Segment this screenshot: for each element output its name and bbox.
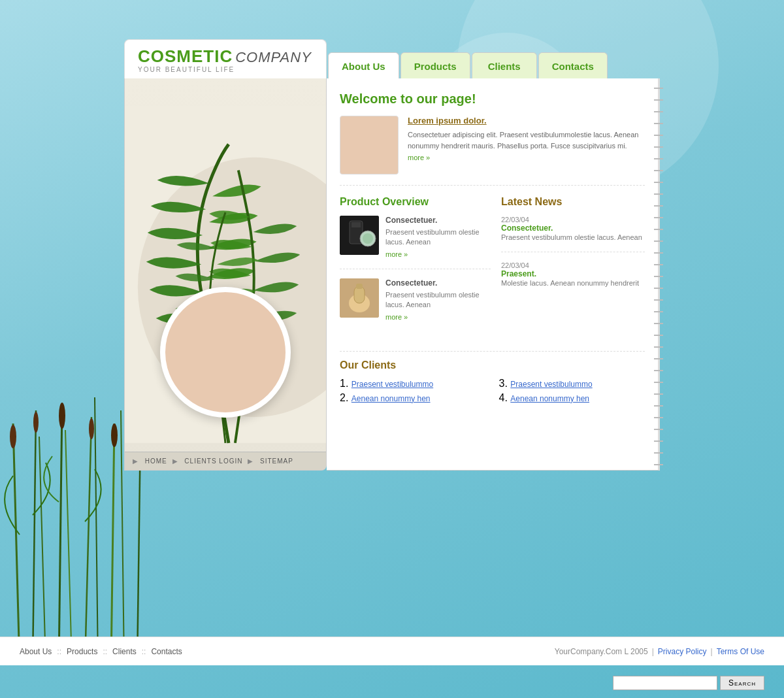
- search-input[interactable]: [613, 676, 717, 690]
- client-num-1: 1.: [340, 378, 351, 389]
- product-overview-col: Product Overview: [340, 196, 491, 341]
- footer-nav-about[interactable]: About Us: [20, 647, 52, 656]
- latest-news-col: Latest News 22/03/04 Consectetuer. Praes…: [501, 196, 645, 341]
- logo-title: COSMETICCompany: [138, 48, 313, 65]
- site-wrapper: COSMETICCompany YOUR BEAUTIFUL LIFE Abou…: [124, 39, 660, 471]
- product-title-2: Consectetuer.: [385, 278, 491, 288]
- main-content: ▶ HOME ▶ CLIENTS LOGIN ▶ SITEMAP Welcome…: [124, 78, 660, 471]
- svg-point-10: [10, 425, 16, 448]
- footer-nav-clients[interactable]: Clients: [112, 647, 137, 656]
- arrow-icon-3: ▶: [248, 457, 253, 465]
- client-link-2[interactable]: Aenean nonummy hen: [351, 394, 431, 403]
- site-footer: About Us :: Products :: Clients :: Conta…: [0, 637, 784, 665]
- svg-line-5: [85, 417, 91, 665]
- footer-home-link[interactable]: HOME: [145, 457, 167, 465]
- news-body-2: Molestie lacus. Aenean nonummy hendrerit: [501, 278, 645, 288]
- svg-line-3: [59, 404, 62, 665]
- footer-nav-products[interactable]: Products: [67, 647, 97, 656]
- svg-line-7: [111, 424, 114, 665]
- arrow-icon-2: ▶: [172, 457, 178, 465]
- footer-navigation: About Us :: Products :: Clients :: Conta…: [20, 647, 182, 656]
- left-panel: ▶ HOME ▶ CLIENTS LOGIN ▶ SITEMAP: [124, 78, 327, 471]
- brand-italic: Company: [235, 49, 312, 65]
- product-item-2: Consectetuer. Praesent vestibulumm olest…: [340, 278, 491, 331]
- footer-terms-link[interactable]: Terms Of Use: [717, 647, 764, 656]
- svg-line-6: [95, 397, 98, 665]
- svg-rect-25: [356, 284, 363, 289]
- site-header: COSMETICCompany YOUR BEAUTIFUL LIFE Abou…: [124, 39, 660, 78]
- article-more-link[interactable]: more »: [408, 154, 430, 161]
- two-column-section: Product Overview: [340, 196, 645, 341]
- right-panel: Welcome to our page! Lorem ipsum dolor. …: [327, 78, 660, 471]
- client-link-1[interactable]: Praesent vestibulummo: [351, 380, 433, 389]
- featured-product-image: [340, 116, 399, 174]
- product-info-1: Consectetuer. Praesent vestibulumm olest…: [385, 216, 491, 259]
- product-overview-title: Product Overview: [340, 196, 491, 208]
- clients-section: Our Clients 1. Praesent vestibulummo 3. …: [340, 351, 645, 404]
- svg-point-12: [59, 403, 65, 429]
- svg-point-21: [363, 233, 373, 244]
- brand-name: COSMETIC: [138, 46, 233, 66]
- article-body: Consectetuer adipiscing elit. Praesent v…: [408, 129, 645, 151]
- client-item-2: 2. Aenean nonummy hen: [340, 392, 486, 404]
- product-image-1: [340, 216, 379, 255]
- news-body-1: Praesent vestibulumm olestie lacus. Aene…: [501, 233, 645, 242]
- product-info-2: Consectetuer. Praesent vestibulumm olest…: [385, 278, 491, 322]
- search-bar-bottom: Search: [613, 676, 764, 690]
- product-more-1[interactable]: more »: [385, 250, 408, 258]
- logo-tagline: YOUR BEAUTIFUL LIFE: [138, 66, 313, 73]
- client-item-4: 4. Aenean nonummy hen: [499, 392, 645, 404]
- circle-decoration: [160, 287, 291, 418]
- news-date-2: 22/03/04: [501, 261, 645, 269]
- product-image-2: [340, 278, 379, 318]
- background-plants: [0, 371, 144, 665]
- svg-point-13: [89, 418, 94, 439]
- svg-point-11: [33, 412, 39, 433]
- news-title-2: Praesent.: [501, 269, 645, 278]
- nav-contacts[interactable]: Contacts: [538, 52, 608, 78]
- left-panel-footer: ▶ HOME ▶ CLIENTS LOGIN ▶ SITEMAP: [125, 452, 326, 470]
- svg-rect-19: [351, 222, 361, 227]
- search-button[interactable]: Search: [720, 676, 764, 690]
- arrow-icon: ▶: [133, 457, 139, 465]
- welcome-text: Lorem ipsum dolor. Consectetuer adipisci…: [408, 116, 645, 174]
- svg-line-2: [39, 437, 46, 665]
- clients-title: Our Clients: [340, 359, 645, 371]
- product-item-1: Consectetuer. Praesent vestibulumm olest…: [340, 216, 491, 269]
- client-num-4: 4.: [499, 392, 511, 403]
- news-title-1: Consectetuer.: [501, 224, 645, 233]
- footer-sitemap-link[interactable]: SITEMAP: [260, 457, 293, 465]
- footer-nav-contacts[interactable]: Contacts: [151, 647, 182, 656]
- product-title-1: Consectetuer.: [385, 216, 491, 225]
- svg-line-0: [13, 424, 20, 665]
- client-item-1: 1. Praesent vestibulummo: [340, 378, 486, 390]
- news-date-1: 22/03/04: [501, 216, 645, 224]
- product-body-2: Praesent vestibulumm olestie lacus. Aene…: [385, 290, 491, 310]
- footer-copyright: YourCompany.Com L 2005: [555, 647, 648, 656]
- client-item-3: 3. Praesent vestibulummo: [499, 378, 645, 390]
- nav-about[interactable]: About Us: [328, 52, 399, 78]
- client-link-3[interactable]: Praesent vestibulummo: [510, 380, 592, 389]
- client-num-2: 2.: [340, 392, 351, 403]
- product-more-2[interactable]: more »: [385, 313, 408, 321]
- news-item-1: 22/03/04 Consectetuer. Praesent vestibul…: [501, 216, 645, 252]
- client-num-3: 3.: [499, 378, 511, 389]
- svg-point-14: [111, 424, 118, 447]
- footer-right: YourCompany.Com L 2005 | Privacy Policy …: [555, 647, 764, 656]
- svg-line-1: [33, 410, 36, 665]
- news-item-2: 22/03/04 Praesent. Molestie lacus. Aenea…: [501, 261, 645, 297]
- footer-clients-login-link[interactable]: CLIENTS LOGIN: [184, 457, 242, 465]
- clients-grid: 1. Praesent vestibulummo 3. Praesent ves…: [340, 378, 645, 404]
- welcome-title: Welcome to our page!: [340, 91, 645, 107]
- svg-line-4: [65, 430, 72, 665]
- product-body-1: Praesent vestibulumm olestie lacus. Aene…: [385, 227, 491, 248]
- article-title: Lorem ipsum dolor.: [408, 116, 645, 125]
- main-navigation: About Us Products Clients Contacts: [327, 52, 660, 78]
- nav-clients[interactable]: Clients: [472, 52, 537, 78]
- welcome-section: Lorem ipsum dolor. Consectetuer adipisci…: [340, 116, 645, 186]
- nav-products[interactable]: Products: [400, 52, 470, 78]
- logo-box: COSMETICCompany YOUR BEAUTIFUL LIFE: [124, 39, 327, 78]
- client-link-4[interactable]: Aenean nonummy hen: [510, 394, 589, 403]
- latest-news-title: Latest News: [501, 196, 645, 208]
- footer-privacy-link[interactable]: Privacy Policy: [658, 647, 707, 656]
